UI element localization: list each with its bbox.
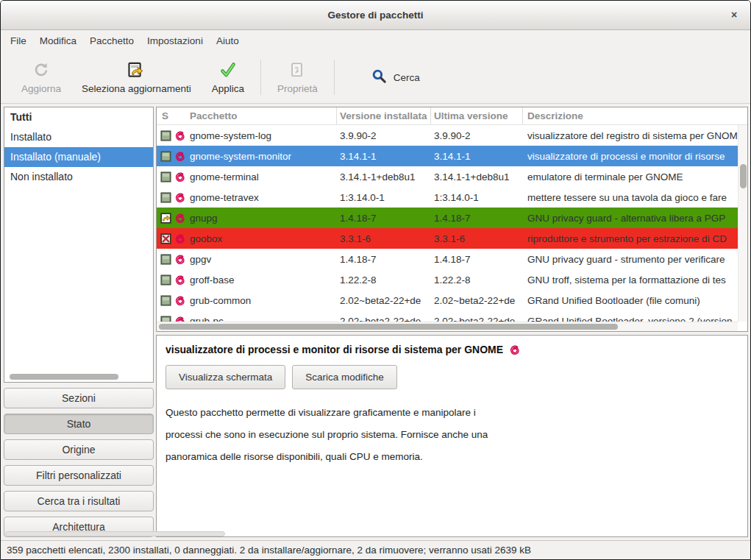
package-status-icon[interactable] bbox=[160, 213, 171, 224]
menu-item[interactable]: Impostazioni bbox=[140, 30, 210, 52]
menu-bar: FileModificaPacchettoImpostazioniAiuto bbox=[1, 30, 750, 52]
package-manager-window: Gestore di pacchetti × FileModificaPacch… bbox=[0, 0, 751, 560]
filter-list-hscrollbar[interactable] bbox=[10, 374, 118, 380]
table-row[interactable]: gnupg 1.4.18-7 1.4.18-7 GNU privacy guar… bbox=[157, 208, 738, 228]
package-description: GNU troff, sistema per la formattazione … bbox=[523, 274, 738, 286]
refresh-label: Aggiorna bbox=[21, 83, 61, 94]
sidebar-mode-button[interactable]: Origine bbox=[4, 439, 154, 460]
details-description: Questo pacchetto permette di visualizzar… bbox=[165, 402, 738, 468]
table-vertical-scrollbar-thumb[interactable] bbox=[740, 164, 747, 188]
filter-item[interactable]: Non installato bbox=[4, 167, 153, 187]
package-description: GNU privacy guard - strumento per verifi… bbox=[523, 254, 738, 265]
search-button[interactable]: Cerca bbox=[360, 63, 432, 92]
package-status-icon[interactable] bbox=[160, 151, 171, 162]
installed-version: 1.4.18-7 bbox=[337, 213, 431, 224]
package-name: goobox bbox=[190, 233, 337, 244]
table-row[interactable]: groff-base 1.22.2-8 1.22.2-8 GNU troff, … bbox=[157, 269, 738, 290]
column-header-package[interactable]: Pacchetto bbox=[190, 107, 337, 124]
package-name: gpgv bbox=[190, 254, 337, 265]
package-description: visualizzatore del registro di sistema p… bbox=[523, 130, 738, 141]
filter-item[interactable]: Installato bbox=[4, 127, 153, 147]
package-status-icon[interactable] bbox=[160, 274, 171, 286]
main-area: Tutti Installato Installato (manuale) No… bbox=[1, 104, 750, 540]
package-status-icon[interactable] bbox=[160, 130, 171, 141]
column-header-latest-version[interactable]: Ultima versione bbox=[431, 107, 523, 124]
menu-item[interactable]: Pacchetto bbox=[83, 30, 140, 52]
table-vertical-scrollbar[interactable] bbox=[738, 125, 747, 322]
sidebar-mode-button[interactable]: Cerca tra i risultati bbox=[4, 491, 154, 511]
package-description: mettere tessere su una tavola da gioco e… bbox=[523, 192, 738, 203]
debian-swirl-icon bbox=[174, 171, 190, 182]
package-description: emulatore di terminale per GNOME bbox=[523, 171, 738, 182]
column-header-description[interactable]: Descrizione bbox=[523, 110, 738, 121]
properties-label: Proprietà bbox=[277, 83, 318, 94]
package-table: S Pacchetto Versione installata Ultima v… bbox=[156, 107, 748, 332]
package-status-icon[interactable] bbox=[160, 295, 171, 306]
latest-version: 2.02~beta2-22+de bbox=[431, 295, 523, 306]
window-title: Gestore di pacchetti bbox=[328, 10, 424, 21]
table-row[interactable]: gnome-terminal 3.14.1-1+deb8u1 3.14.1-1+… bbox=[157, 166, 738, 187]
table-row[interactable]: gnome-system-log 3.9.90-2 3.9.90-2 visua… bbox=[157, 125, 738, 146]
title-bar: Gestore di pacchetti × bbox=[1, 1, 750, 30]
package-description: riproduttore e strumento per estrazione … bbox=[523, 233, 738, 244]
view-screenshot-button[interactable]: Visualizza schermata bbox=[165, 365, 285, 389]
debian-swirl-icon bbox=[174, 151, 190, 162]
table-row[interactable]: gnome-system-monitor 3.14.1-1 3.14.1-1 v… bbox=[157, 146, 738, 166]
package-name: groff-base bbox=[190, 274, 337, 286]
package-status-icon[interactable] bbox=[160, 316, 171, 322]
installed-version: 3.3.1-6 bbox=[337, 233, 431, 244]
package-status-icon[interactable] bbox=[160, 192, 171, 203]
table-row[interactable]: gpgv 1.4.18-7 1.4.18-7 GNU privacy guard… bbox=[157, 249, 738, 269]
table-row[interactable]: grub-common 2.02~beta2-22+de 2.02~beta2-… bbox=[157, 290, 738, 311]
debian-swirl-icon bbox=[509, 344, 520, 355]
content-pane: S Pacchetto Versione installata Ultima v… bbox=[156, 107, 748, 537]
table-header: S Pacchetto Versione installata Ultima v… bbox=[157, 107, 747, 125]
close-icon[interactable]: × bbox=[727, 9, 741, 22]
details-description-line: panoramica delle risorse disponibili, qu… bbox=[165, 446, 738, 468]
sidebar-mode-button-label: Sezioni bbox=[62, 392, 96, 404]
package-name: gnome-terminal bbox=[190, 171, 337, 182]
properties-button[interactable]: Proprietà bbox=[267, 54, 328, 101]
package-description: GRand Unified Bootloader (file comuni) bbox=[523, 295, 738, 306]
column-header-installed-version[interactable]: Versione installata bbox=[337, 107, 431, 124]
sidebar-mode-button[interactable]: Filtri personalizzati bbox=[4, 465, 154, 486]
package-name: grub-pc bbox=[190, 316, 337, 322]
package-name: gnome-tetravex bbox=[190, 192, 337, 203]
table-row[interactable]: goobox 3.3.1-6 3.3.1-6 riproduttore e st… bbox=[157, 228, 738, 249]
search-magnifier-icon bbox=[371, 68, 387, 86]
table-horizontal-scrollbar[interactable] bbox=[157, 322, 738, 331]
table-horizontal-scrollbar-thumb[interactable] bbox=[159, 324, 618, 330]
properties-document-icon bbox=[289, 60, 305, 79]
details-pane: visualizzatore di processi e monitor di … bbox=[156, 335, 748, 537]
apply-label: Applica bbox=[212, 83, 244, 94]
table-row[interactable]: grub-pc 2.02~beta2-22+de 2.02~beta2-22+d… bbox=[157, 311, 738, 322]
apply-button[interactable]: Applica bbox=[202, 54, 255, 101]
menu-item[interactable]: Aiuto bbox=[210, 30, 246, 52]
latest-version: 3.14.1-1 bbox=[431, 151, 523, 162]
sidebar-mode-button[interactable]: Sezioni bbox=[4, 388, 154, 408]
latest-version: 3.9.90-2 bbox=[431, 130, 523, 141]
refresh-button[interactable]: Aggiorna bbox=[11, 54, 71, 101]
filter-item[interactable]: Installato (manuale) bbox=[4, 147, 153, 167]
package-description: visualizzatore di processi e monitor di … bbox=[523, 151, 738, 162]
download-changelog-button[interactable]: Scarica modifiche bbox=[292, 365, 397, 389]
menu-item[interactable]: Modifica bbox=[33, 30, 83, 52]
column-header-status[interactable]: S bbox=[157, 110, 174, 121]
menu-item[interactable]: File bbox=[4, 30, 33, 52]
refresh-icon bbox=[32, 60, 50, 79]
latest-version: 3.14.1-1+deb8u1 bbox=[431, 171, 523, 182]
package-status-icon[interactable] bbox=[160, 254, 171, 265]
filter-item[interactable]: Tutti bbox=[4, 107, 153, 127]
toolbar-separator bbox=[260, 60, 261, 95]
sidebar-mode-button[interactable]: Stato bbox=[4, 414, 154, 434]
debian-swirl-icon bbox=[174, 233, 190, 244]
apply-checkmark-icon bbox=[219, 60, 237, 79]
mark-upgrades-button[interactable]: Seleziona aggiornamenti bbox=[71, 54, 202, 101]
package-status-icon[interactable] bbox=[160, 233, 171, 244]
package-status-icon[interactable] bbox=[160, 171, 171, 182]
sidebar-mode-button-label: Filtri personalizzati bbox=[36, 469, 121, 481]
table-row[interactable]: gnome-tetravex 1:3.14.0-1 1:3.14.0-1 met… bbox=[157, 187, 738, 208]
package-name: gnupg bbox=[190, 213, 337, 224]
toolbar: Aggiorna Seleziona aggiornamenti Applica… bbox=[1, 52, 750, 104]
sidebar-mode-buttons: Sezioni Stato Origine Filtri personalizz… bbox=[4, 388, 154, 537]
